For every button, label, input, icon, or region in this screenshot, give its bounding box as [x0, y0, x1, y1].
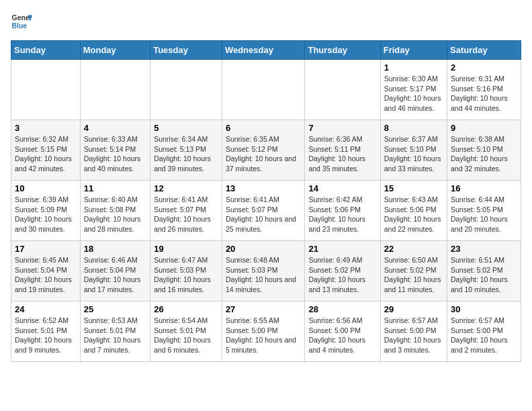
calendar-cell: 16Sunrise: 6:44 AM Sunset: 5:05 PM Dayli…	[447, 181, 521, 241]
calendar-cell: 6Sunrise: 6:35 AM Sunset: 5:12 PM Daylig…	[222, 120, 305, 181]
calendar-header: SundayMondayTuesdayWednesdayThursdayFrid…	[11, 41, 521, 60]
day-number: 29	[384, 304, 443, 314]
day-info: Sunrise: 6:40 AM Sunset: 5:08 PM Dayligh…	[84, 195, 146, 234]
calendar-cell: 11Sunrise: 6:40 AM Sunset: 5:08 PM Dayli…	[80, 181, 150, 241]
day-number: 27	[226, 304, 302, 314]
weekday-header: Monday	[80, 41, 150, 60]
calendar-cell	[222, 60, 305, 120]
day-number: 18	[84, 244, 146, 254]
calendar-cell: 29Sunrise: 6:57 AM Sunset: 5:00 PM Dayli…	[380, 302, 447, 362]
page-header: General Blue	[11, 11, 521, 32]
calendar-cell: 18Sunrise: 6:46 AM Sunset: 5:04 PM Dayli…	[80, 241, 150, 302]
day-number: 19	[154, 244, 218, 254]
calendar-cell: 9Sunrise: 6:38 AM Sunset: 5:10 PM Daylig…	[447, 120, 521, 181]
calendar-week-row: 10Sunrise: 6:39 AM Sunset: 5:09 PM Dayli…	[11, 181, 521, 241]
day-info: Sunrise: 6:37 AM Sunset: 5:10 PM Dayligh…	[384, 134, 443, 174]
day-info: Sunrise: 6:44 AM Sunset: 5:05 PM Dayligh…	[451, 195, 517, 234]
calendar-week-row: 3Sunrise: 6:32 AM Sunset: 5:15 PM Daylig…	[11, 120, 521, 181]
day-info: Sunrise: 6:56 AM Sunset: 5:00 PM Dayligh…	[308, 316, 376, 355]
calendar-cell: 26Sunrise: 6:54 AM Sunset: 5:01 PM Dayli…	[150, 302, 222, 362]
calendar-cell: 5Sunrise: 6:34 AM Sunset: 5:13 PM Daylig…	[150, 120, 222, 181]
calendar-cell: 3Sunrise: 6:32 AM Sunset: 5:15 PM Daylig…	[11, 120, 81, 181]
day-info: Sunrise: 6:35 AM Sunset: 5:12 PM Dayligh…	[226, 134, 302, 174]
day-number: 16	[451, 183, 517, 193]
day-number: 6	[226, 123, 302, 133]
calendar-cell: 12Sunrise: 6:41 AM Sunset: 5:07 PM Dayli…	[150, 181, 222, 241]
day-number: 22	[384, 244, 443, 254]
day-number: 25	[84, 304, 146, 314]
day-number: 11	[84, 183, 146, 193]
calendar-cell: 7Sunrise: 6:36 AM Sunset: 5:11 PM Daylig…	[305, 120, 380, 181]
day-number: 30	[451, 304, 517, 314]
day-number: 10	[15, 183, 77, 193]
weekday-header: Wednesday	[222, 41, 305, 60]
calendar-cell: 15Sunrise: 6:43 AM Sunset: 5:06 PM Dayli…	[380, 181, 447, 241]
calendar-cell: 8Sunrise: 6:37 AM Sunset: 5:10 PM Daylig…	[380, 120, 447, 181]
calendar-cell	[11, 60, 81, 120]
day-info: Sunrise: 6:38 AM Sunset: 5:10 PM Dayligh…	[451, 134, 517, 174]
day-info: Sunrise: 6:51 AM Sunset: 5:02 PM Dayligh…	[451, 255, 517, 295]
day-info: Sunrise: 6:36 AM Sunset: 5:11 PM Dayligh…	[308, 134, 376, 174]
day-info: Sunrise: 6:48 AM Sunset: 5:03 PM Dayligh…	[226, 255, 302, 295]
day-info: Sunrise: 6:57 AM Sunset: 5:00 PM Dayligh…	[451, 316, 517, 355]
calendar-cell	[150, 60, 222, 120]
day-number: 15	[384, 183, 443, 193]
calendar-cell	[305, 60, 380, 120]
calendar-body: 1Sunrise: 6:30 AM Sunset: 5:17 PM Daylig…	[11, 60, 521, 362]
day-number: 14	[308, 183, 376, 193]
day-number: 7	[308, 123, 376, 133]
day-info: Sunrise: 6:57 AM Sunset: 5:00 PM Dayligh…	[384, 316, 443, 355]
day-number: 13	[226, 183, 302, 193]
day-info: Sunrise: 6:42 AM Sunset: 5:06 PM Dayligh…	[308, 195, 376, 234]
weekday-header: Sunday	[11, 41, 81, 60]
day-info: Sunrise: 6:32 AM Sunset: 5:15 PM Dayligh…	[15, 134, 77, 174]
calendar-cell: 21Sunrise: 6:49 AM Sunset: 5:02 PM Dayli…	[305, 241, 380, 302]
calendar-cell: 17Sunrise: 6:45 AM Sunset: 5:04 PM Dayli…	[11, 241, 81, 302]
calendar-cell: 23Sunrise: 6:51 AM Sunset: 5:02 PM Dayli…	[447, 241, 521, 302]
day-number: 17	[15, 244, 77, 254]
day-info: Sunrise: 6:47 AM Sunset: 5:03 PM Dayligh…	[154, 255, 218, 295]
day-number: 9	[451, 123, 517, 133]
day-number: 3	[15, 123, 77, 133]
logo-icon: General Blue	[11, 11, 32, 32]
day-info: Sunrise: 6:43 AM Sunset: 5:06 PM Dayligh…	[384, 195, 443, 234]
calendar-cell: 10Sunrise: 6:39 AM Sunset: 5:09 PM Dayli…	[11, 181, 81, 241]
calendar-cell: 22Sunrise: 6:50 AM Sunset: 5:02 PM Dayli…	[380, 241, 447, 302]
logo: General Blue	[11, 11, 32, 32]
day-number: 5	[154, 123, 218, 133]
calendar-week-row: 17Sunrise: 6:45 AM Sunset: 5:04 PM Dayli…	[11, 241, 521, 302]
calendar-cell: 24Sunrise: 6:52 AM Sunset: 5:01 PM Dayli…	[11, 302, 81, 362]
calendar-cell: 1Sunrise: 6:30 AM Sunset: 5:17 PM Daylig…	[380, 60, 447, 120]
day-number: 4	[84, 123, 146, 133]
svg-text:Blue: Blue	[12, 22, 28, 30]
day-number: 21	[308, 244, 376, 254]
day-info: Sunrise: 6:46 AM Sunset: 5:04 PM Dayligh…	[84, 255, 146, 295]
weekday-header: Friday	[380, 41, 447, 60]
day-info: Sunrise: 6:50 AM Sunset: 5:02 PM Dayligh…	[384, 255, 443, 295]
weekday-header: Saturday	[447, 41, 521, 60]
calendar-cell	[80, 60, 150, 120]
day-number: 1	[384, 62, 443, 73]
day-number: 23	[451, 244, 517, 254]
day-info: Sunrise: 6:49 AM Sunset: 5:02 PM Dayligh…	[308, 255, 376, 295]
day-number: 28	[308, 304, 376, 314]
calendar-cell: 2Sunrise: 6:31 AM Sunset: 5:16 PM Daylig…	[447, 60, 521, 120]
day-info: Sunrise: 6:41 AM Sunset: 5:07 PM Dayligh…	[226, 195, 302, 234]
day-info: Sunrise: 6:34 AM Sunset: 5:13 PM Dayligh…	[154, 134, 218, 174]
day-info: Sunrise: 6:55 AM Sunset: 5:00 PM Dayligh…	[226, 316, 302, 355]
day-number: 2	[451, 62, 517, 73]
calendar-cell: 13Sunrise: 6:41 AM Sunset: 5:07 PM Dayli…	[222, 181, 305, 241]
calendar-cell: 14Sunrise: 6:42 AM Sunset: 5:06 PM Dayli…	[305, 181, 380, 241]
day-number: 26	[154, 304, 218, 314]
calendar-cell: 27Sunrise: 6:55 AM Sunset: 5:00 PM Dayli…	[222, 302, 305, 362]
day-info: Sunrise: 6:53 AM Sunset: 5:01 PM Dayligh…	[84, 316, 146, 355]
calendar-cell: 30Sunrise: 6:57 AM Sunset: 5:00 PM Dayli…	[447, 302, 521, 362]
day-info: Sunrise: 6:45 AM Sunset: 5:04 PM Dayligh…	[15, 255, 77, 295]
day-info: Sunrise: 6:30 AM Sunset: 5:17 PM Dayligh…	[384, 74, 443, 113]
weekday-header: Tuesday	[150, 41, 222, 60]
day-info: Sunrise: 6:33 AM Sunset: 5:14 PM Dayligh…	[84, 134, 146, 174]
day-info: Sunrise: 6:52 AM Sunset: 5:01 PM Dayligh…	[15, 316, 77, 355]
day-info: Sunrise: 6:31 AM Sunset: 5:16 PM Dayligh…	[451, 74, 517, 113]
day-number: 12	[154, 183, 218, 193]
calendar-cell: 19Sunrise: 6:47 AM Sunset: 5:03 PM Dayli…	[150, 241, 222, 302]
